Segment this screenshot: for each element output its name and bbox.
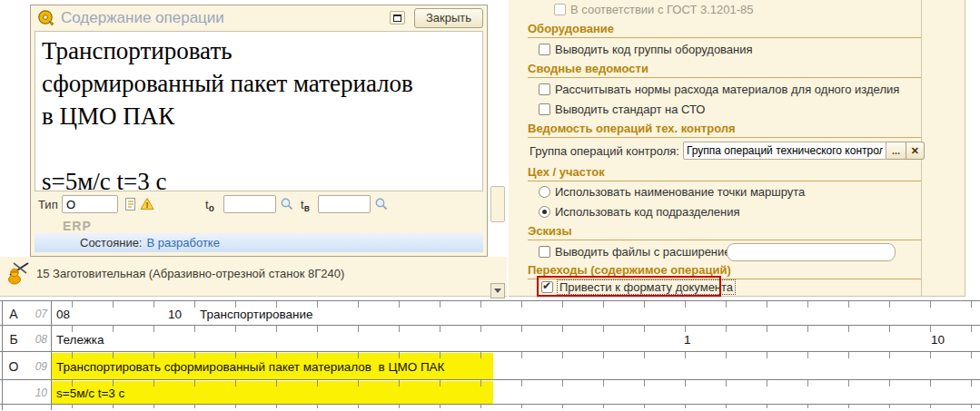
operation-text-line: сформированный пакет материалов (42, 67, 476, 100)
route-map-table: А 07 08 10 Транспортирование Б 08 Тележк… (0, 300, 980, 411)
column-ticks (72, 380, 980, 387)
control-group-input[interactable] (683, 142, 886, 160)
control-group-row: Группа операций контроля: ... ✕ (530, 142, 925, 160)
scrollbar-down-button[interactable] (490, 283, 505, 298)
chevron-down-icon (494, 289, 501, 293)
t-aux-input[interactable] (318, 195, 371, 213)
state-strip: Состояние: В разработке (35, 233, 483, 252)
checkbox-gost-3-1201-85[interactable]: В соответствии с ГОСТ 3.1201-85 (554, 3, 754, 16)
magnifier-icon[interactable] (374, 197, 389, 211)
print-settings-panel: В соответствии с ГОСТ 3.1201-85 Оборудов… (509, 0, 965, 297)
section-equipment: Оборудование (528, 22, 921, 38)
checkbox-icon (554, 4, 566, 15)
svg-text:!: ! (146, 201, 149, 210)
clear-button[interactable]: ✕ (906, 142, 925, 160)
table-left-border (2, 300, 3, 410)
tape-measure-icon (37, 9, 55, 27)
column-ticks (72, 301, 980, 308)
checkbox-icon (539, 44, 550, 55)
close-dialog-button[interactable]: Закрыть (414, 8, 483, 28)
table-row-o[interactable]: О 09 Транспортировать сформированный пак… (0, 351, 980, 379)
operation-content-dialog: Содержание операции Закрыть Транспортиро… (30, 5, 488, 257)
t-main-input[interactable] (223, 195, 276, 213)
files-ext-input[interactable] (727, 243, 896, 261)
radio-icon (539, 206, 550, 218)
type-input[interactable] (62, 195, 118, 213)
state-label: Состояние: (80, 236, 142, 250)
restore-window-button[interactable] (390, 11, 405, 24)
checkbox-icon (539, 103, 550, 115)
operation-params-row: Тип ! tо tв (31, 193, 487, 217)
warning-icon: ! (140, 197, 154, 211)
cell-transition-text[interactable]: Транспортировать сформированный пакет ма… (56, 360, 444, 374)
operation-text-editor[interactable]: Транспортировать сформированный пакет ма… (35, 31, 483, 191)
radio-icon (539, 186, 550, 198)
cell-equipment-name[interactable]: Тележка (56, 333, 104, 347)
operation-text-line (42, 132, 476, 165)
checkbox-icon (539, 83, 550, 95)
restore-icon (393, 15, 401, 22)
checkbox-equipment-group-code[interactable]: Выводить код группы оборудования (539, 43, 753, 56)
type-label: Тип (38, 198, 58, 211)
radio-division-code[interactable]: Использовать код подразделения (539, 205, 740, 219)
operation-status-text: 15 Заготовительная (Абразивно-отрезной с… (36, 267, 344, 280)
table-label-column-border (51, 300, 52, 410)
cell-operation-number[interactable]: 10 (168, 308, 182, 321)
cell-value[interactable]: 10 (931, 333, 945, 347)
select-from-list-icon[interactable] (124, 197, 138, 211)
checkbox-sto-standard[interactable]: Выводить стандарт на СТО (539, 103, 705, 116)
cell-operation-name[interactable]: Транспортирование (200, 308, 313, 321)
t-main-label: tо (205, 198, 214, 211)
table-row-a[interactable]: А 07 08 10 Транспортирование (0, 300, 980, 325)
control-group-label: Группа операций контроля: (530, 144, 679, 158)
column-ticks (72, 405, 980, 408)
cell-value[interactable]: 1 (684, 333, 691, 347)
erp-label: ERP (63, 219, 92, 233)
column-ticks (72, 352, 980, 358)
t-aux-label: tв (301, 198, 310, 211)
state-value-link[interactable]: В разработке (146, 236, 219, 250)
scrollbar-thumb[interactable] (490, 186, 505, 222)
section-sketches: Эскизы (528, 224, 921, 240)
operation-text-line: в ЦМО ПАК (42, 100, 476, 132)
annotation-highlight (537, 276, 721, 297)
cell-transition-params[interactable]: s=5м/с t=3 с (56, 387, 124, 400)
vertical-scrollbar[interactable] (490, 0, 506, 299)
app-window: Содержание операции Закрыть Транспортиро… (0, 0, 980, 411)
dialog-title: Содержание операции (61, 9, 390, 27)
table-row-continuation[interactable]: 10 s=5м/с t=3 с (0, 379, 980, 404)
operation-icon (5, 261, 30, 285)
column-ticks (72, 326, 980, 332)
choose-button[interactable]: ... (886, 142, 906, 160)
magnifier-icon[interactable] (280, 197, 294, 211)
operation-status-line: 15 Заготовительная (Абразивно-отрезной с… (5, 261, 344, 285)
table-row-b[interactable]: Б 08 Тележка 1 10 (0, 325, 980, 351)
checkbox-icon (539, 246, 550, 258)
dialog-header: Содержание операции Закрыть (31, 5, 487, 30)
section-control-sheet: Ведомость операций тех. контроля (528, 122, 921, 138)
next-row-edge (0, 404, 980, 407)
operation-text-line: s=5м/с t=3 с (42, 165, 476, 191)
radio-route-point-name[interactable]: Использовать наименование точки маршрута (539, 185, 805, 199)
checkbox-calc-material-norms[interactable]: Рассчитывать нормы расхода материалов дл… (539, 83, 899, 96)
cell-operation-code[interactable]: 08 (56, 308, 70, 321)
section-summary-sheets: Сводные ведомости (528, 62, 921, 78)
checkbox-output-files-ext[interactable]: Выводить файлы с расширением: (539, 245, 742, 259)
section-workshop: Цех / участок (528, 165, 921, 181)
operation-text-line: Транспортировать (42, 34, 476, 67)
